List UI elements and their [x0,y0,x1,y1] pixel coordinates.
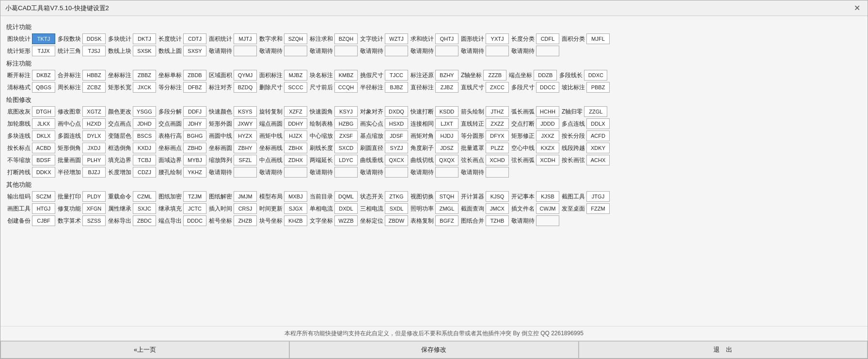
exit-button[interactable]: 退 出 [579,341,868,359]
func-input-DKTJ[interactable] [133,33,156,44]
func-input-QHTJ[interactable] [435,33,458,44]
func-input-CCQH[interactable] [334,82,358,93]
func-input-DDFJ[interactable] [183,106,206,117]
func-input-ZXCC[interactable] [486,82,509,93]
func-input-ACFD[interactable] [586,131,610,141]
func-input-SCCC[interactable] [284,82,307,93]
func-input-YXTJ[interactable] [486,33,509,44]
func-input-ZXSF[interactable] [334,131,358,141]
func-input-TKTJ[interactable] [32,33,55,44]
close-button[interactable]: ✕ [851,2,863,14]
func-input-ACBD[interactable] [32,143,55,153]
func-input-DQML[interactable] [334,191,358,202]
func-input-DKLX[interactable] [32,131,55,141]
func-input-placeholder[interactable] [435,46,458,56]
func-input-HZXD[interactable] [82,118,106,129]
func-input-CWJM[interactable] [536,203,559,214]
func-input-placeholder[interactable] [284,167,307,178]
func-input-HJDJ[interactable] [435,131,458,141]
func-input-SXSY[interactable] [183,46,206,56]
func-input-JDDD[interactable] [536,118,559,129]
func-input-KXDJ[interactable] [133,143,156,153]
func-input-JXWY[interactable] [234,118,257,129]
func-input-ZDHX[interactable] [284,155,307,165]
func-input-KJSQ[interactable] [486,191,509,202]
func-input-JLKX[interactable] [32,118,55,129]
func-input-CZML[interactable] [133,191,156,202]
func-input-JDHY[interactable] [183,118,206,129]
func-input-TJSJ[interactable] [82,46,106,56]
func-input-placeholder[interactable] [234,46,257,56]
func-input-JCTC[interactable] [183,203,206,214]
func-input-SFZL[interactable] [234,155,257,165]
func-input-ZZGL[interactable] [584,106,607,117]
func-input-WZTJ[interactable] [385,33,408,44]
func-input-DDKX[interactable] [32,167,55,178]
func-input-BSCS[interactable] [133,131,156,141]
func-input-SXSK[interactable] [133,46,156,56]
func-input-ZBDW[interactable] [385,215,408,226]
func-input-SCZM[interactable] [32,191,55,202]
func-input-HZBG[interactable] [334,118,358,129]
func-input-JDHD[interactable] [133,118,156,129]
func-input-DDSK[interactable] [82,33,106,44]
func-input-SXCD[interactable] [334,143,358,153]
func-input-BDSF[interactable] [32,155,55,165]
func-input-placeholder[interactable] [385,167,408,178]
func-input-ZBHY[interactable] [234,143,257,153]
func-input-DXDQ[interactable] [385,106,408,117]
func-input-HJZX[interactable] [284,131,307,141]
func-input-JDSF[interactable] [385,131,408,141]
func-input-CDZJ[interactable] [133,167,156,178]
func-input-CJBF[interactable] [32,215,55,226]
func-input-HCHH[interactable] [536,106,559,117]
func-input-TZJM[interactable] [183,191,206,202]
func-input-KMBZ[interactable] [334,70,358,81]
func-input-KHZB[interactable] [284,215,307,226]
func-input-PLDY[interactable] [82,191,106,202]
func-input-placeholder[interactable] [486,46,509,56]
func-input-DYLX[interactable] [82,131,106,141]
func-input-KSYS[interactable] [234,106,257,117]
func-input-QYMJ[interactable] [234,70,257,81]
func-input-TJJX[interactable] [32,46,55,56]
func-input-BZHY[interactable] [435,70,458,81]
func-input-BZQH[interactable] [334,33,358,44]
func-input-QXQX[interactable] [435,155,458,165]
func-input-FZZM[interactable] [586,203,610,214]
func-input-KSYJ[interactable] [334,106,358,117]
func-input-CRSJ[interactable] [234,203,257,214]
func-input-XGTZ[interactable] [82,106,106,117]
func-input-MXBJ[interactable] [284,191,307,202]
func-input-placeholder[interactable] [385,46,408,56]
func-input-SJGX[interactable] [284,203,307,214]
func-input-ZCBZ[interactable] [82,82,106,93]
func-input-BJZJ[interactable] [82,167,106,178]
func-input-DDZB[interactable] [534,70,557,81]
func-input-DDLX[interactable] [586,118,610,129]
func-input-ZBHX[interactable] [284,143,307,153]
func-input-MJTJ[interactable] [234,33,257,44]
func-input-JMCX[interactable] [486,203,509,214]
func-input-SXDL[interactable] [385,203,408,214]
func-input-YSGG[interactable] [133,106,156,117]
func-input-MJBZ[interactable] [284,70,307,81]
func-input-placeholder[interactable] [486,167,509,178]
func-input-ACHX[interactable] [586,155,610,165]
func-input-placeholder[interactable] [536,215,559,226]
func-input-JDSZ[interactable] [435,143,458,153]
func-input-ZBBZ[interactable] [133,70,156,81]
func-input-DDHY[interactable] [284,118,307,129]
func-input-DKBZ[interactable] [32,70,55,81]
func-input-SXJC[interactable] [133,203,156,214]
func-input-ZZZB[interactable] [483,70,506,81]
func-input-DFBZ[interactable] [183,82,206,93]
func-input-placeholder[interactable] [234,167,257,178]
func-input-QXCX[interactable] [385,155,408,165]
func-input-placeholder[interactable] [536,46,559,56]
func-input-SZSS[interactable] [82,215,106,226]
func-input-PBBZ[interactable] [586,82,610,93]
func-input-JMJM[interactable] [234,191,257,202]
func-input-SYZJ[interactable] [385,143,408,153]
func-input-XFGN[interactable] [82,203,106,214]
